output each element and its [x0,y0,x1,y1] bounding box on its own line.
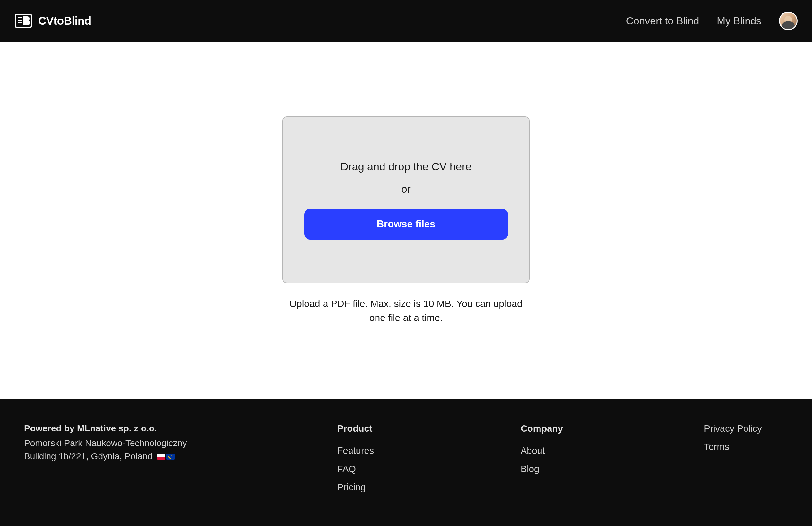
address-line-2: Building 1b/221, Gdynia, Poland [24,450,337,463]
eu-flag-icon [166,454,175,460]
footer-link-faq[interactable]: FAQ [337,464,521,475]
or-text: or [401,183,410,195]
footer-company-info: Powered by MLnative sp. z o.o. Pomorski … [24,423,337,500]
brand-name: CVtoBlind [38,14,91,27]
footer-link-blog[interactable]: Blog [521,464,704,475]
logo[interactable]: CVtoBlind [14,13,91,29]
footer-link-pricing[interactable]: Pricing [337,482,521,493]
footer-product-column: Product Features FAQ Pricing [337,423,521,500]
product-heading: Product [337,423,521,434]
header-nav: Convert to Blind My Blinds [626,12,798,30]
avatar[interactable] [779,12,798,30]
footer-legal-column: Privacy Policy Terms [704,423,788,500]
flags [157,454,175,460]
header: CVtoBlind Convert to Blind My Blinds [0,0,812,42]
footer-link-terms[interactable]: Terms [704,442,788,452]
nav-convert-to-blind[interactable]: Convert to Blind [626,15,699,27]
main-content: Drag and drop the CV here or Browse file… [0,42,812,399]
nav-my-blinds[interactable]: My Blinds [717,15,761,27]
address-line-1: Pomorski Park Naukowo-Technologiczny [24,437,337,450]
footer-link-privacy[interactable]: Privacy Policy [704,423,788,434]
upload-container: Drag and drop the CV here or Browse file… [282,117,530,325]
address-text: Building 1b/221, Gdynia, Poland [24,451,153,461]
logo-icon [14,13,32,29]
upload-hint: Upload a PDF file. Max. size is 10 MB. Y… [282,297,530,325]
drop-text: Drag and drop the CV here [340,160,472,173]
footer-link-features[interactable]: Features [337,446,521,456]
company-heading: Company [521,423,704,434]
poland-flag-icon [157,454,165,460]
browse-files-button[interactable]: Browse files [304,209,508,240]
footer-company-column: Company About Blog [521,423,704,500]
dropzone[interactable]: Drag and drop the CV here or Browse file… [282,117,530,283]
footer-link-about[interactable]: About [521,446,704,456]
footer: Powered by MLnative sp. z o.o. Pomorski … [0,399,812,526]
powered-by: Powered by MLnative sp. z o.o. [24,423,337,434]
